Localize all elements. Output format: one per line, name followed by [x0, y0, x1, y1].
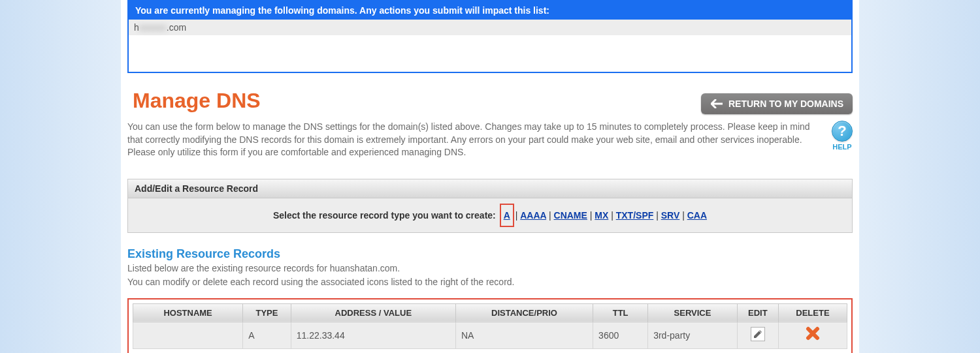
th-distance: DISTANCE/PRIO	[455, 303, 593, 322]
record-type-txtspf-link[interactable]: TXT/SPF	[616, 210, 654, 221]
x-icon	[806, 326, 820, 341]
th-ttl: TTL	[593, 303, 648, 322]
existing-records-heading: Existing Resource Records	[127, 247, 853, 261]
page-container: You are currently managing the following…	[121, 0, 859, 353]
add-edit-panel: Add/Edit a Resource Record Select the re…	[127, 179, 853, 233]
add-edit-header: Add/Edit a Resource Record	[128, 179, 852, 198]
cell-delete	[778, 322, 847, 348]
records-table-highlight: HOSTNAME TYPE ADDRESS / VALUE DISTANCE/P…	[127, 298, 853, 353]
pencil-icon	[752, 328, 764, 340]
return-to-domains-button[interactable]: RETURN TO MY DOMAINS	[701, 93, 853, 114]
th-service: SERVICE	[648, 303, 738, 322]
record-type-mx-link[interactable]: MX	[595, 210, 608, 221]
record-type-caa-link[interactable]: CAA	[687, 210, 707, 221]
existing-records-line1: Listed below are the existing resource r…	[127, 262, 853, 275]
cell-address: 11.22.33.44	[291, 322, 455, 348]
managing-domains-banner: You are currently managing the following…	[127, 0, 853, 73]
domain-list-item: hxxxxxx.com	[129, 20, 851, 35]
record-type-srv-link[interactable]: SRV	[661, 210, 680, 221]
title-row: Manage DNS RETURN TO MY DOMAINS	[127, 86, 853, 121]
banner-body: hxxxxxx.com	[129, 20, 851, 72]
th-delete: DELETE	[778, 303, 847, 322]
cell-edit	[737, 322, 778, 348]
record-type-aaaa-link[interactable]: AAAA	[520, 210, 546, 221]
domain-redacted: xxxxxx	[139, 22, 167, 33]
cell-distance: NA	[455, 322, 593, 348]
delete-record-button[interactable]	[806, 326, 820, 345]
table-row: A 11.22.33.44 NA 3600 3rd-party	[133, 322, 847, 348]
page-title: Manage DNS	[127, 86, 261, 121]
edit-record-button[interactable]	[751, 327, 765, 341]
arrow-left-icon	[710, 97, 723, 110]
return-button-label: RETURN TO MY DOMAINS	[728, 99, 843, 109]
cell-ttl: 3600	[593, 322, 648, 348]
record-type-prompt: Select the resource record type you want…	[273, 210, 496, 221]
add-edit-body: Select the resource record type you want…	[128, 198, 852, 232]
help-icon: ?	[832, 121, 853, 142]
intro-text: You can use the form below to manage the…	[127, 121, 819, 159]
banner-header-text: You are currently managing the following…	[129, 1, 851, 20]
record-type-cname-link[interactable]: CNAME	[554, 210, 587, 221]
record-type-a-link[interactable]: A	[504, 210, 510, 221]
intro-row: You can use the form below to manage the…	[127, 121, 853, 159]
domain-prefix: h	[134, 22, 139, 33]
cell-hostname	[133, 322, 243, 348]
th-address: ADDRESS / VALUE	[291, 303, 455, 322]
domain-suffix: .com	[167, 22, 186, 33]
help-label: HELP	[832, 143, 851, 151]
help-button[interactable]: ? HELP	[832, 121, 853, 151]
records-table: HOSTNAME TYPE ADDRESS / VALUE DISTANCE/P…	[133, 303, 847, 349]
existing-records-line2: You can modify or delete each record usi…	[127, 276, 853, 289]
a-record-highlight: A	[500, 204, 514, 227]
th-hostname: HOSTNAME	[133, 303, 243, 322]
cell-service: 3rd-party	[648, 322, 738, 348]
cell-type: A	[243, 322, 291, 348]
th-type: TYPE	[243, 303, 291, 322]
th-edit: EDIT	[737, 303, 778, 322]
